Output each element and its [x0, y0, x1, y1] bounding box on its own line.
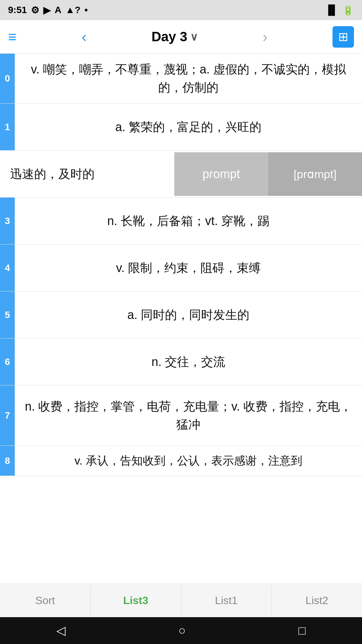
word-row[interactable]: 3 n. 长靴，后备箱；vt. 穿靴，踢	[0, 198, 362, 245]
word-row-partial[interactable]: 8 v. 承认，告知收到，公认，表示感谢，注意到	[0, 446, 362, 476]
word-list: 0 v. 嘲笑，嘲弄，不尊重，蔑视；a. 虚假的，不诚实的，模拟的，仿制的 1 …	[0, 54, 362, 476]
menu-icon[interactable]: ≡	[8, 30, 17, 44]
android-home-button[interactable]: ○	[178, 624, 186, 638]
chevron-down-icon: ∨	[190, 31, 198, 43]
row-index: 0	[0, 54, 15, 103]
row-definition-partial: v. 承认，告知收到，公认，表示感谢，注意到	[15, 446, 362, 476]
wifi-icon: ▲?	[65, 5, 80, 15]
word-row[interactable]: 7 n. 收费，指控，掌管，电荷，充电量；v. 收费，指控，充电，猛冲	[0, 385, 362, 446]
row-definition: n. 收费，指控，掌管，电荷，充电量；v. 收费，指控，充电，猛冲	[15, 385, 362, 445]
nav-bar: ≡ ‹ Day 3 ∨ › ⊞	[0, 20, 362, 54]
row-definition: v. 嘲笑，嘲弄，不尊重，蔑视；a. 虚假的，不诚实的，模拟的，仿制的	[15, 54, 362, 103]
grid-icon: ⊞	[338, 30, 348, 44]
signal-icon: ▐▌	[325, 5, 338, 15]
battery-icon: 🔋	[342, 5, 354, 16]
tab-list1[interactable]: List1	[181, 584, 272, 617]
row-definition: v. 限制，约束，阻碍，束缚	[15, 245, 362, 291]
grid-view-button[interactable]: ⊞	[333, 26, 354, 48]
overlay-word: prompt	[174, 152, 268, 196]
row-index: 4	[0, 245, 15, 291]
dot-icon: •	[84, 5, 88, 15]
word-row-overlay[interactable]: 迅速的，及时的 prompt [prɑmpt]	[0, 151, 362, 198]
word-row[interactable]: 1 a. 繁荣的，富足的，兴旺的	[0, 104, 362, 151]
tab-bar: Sort List3 List1 List2	[0, 584, 362, 617]
forward-button[interactable]: ›	[263, 29, 268, 45]
row-index: 8	[0, 446, 15, 476]
row-definition: a. 繁荣的，富足的，兴旺的	[15, 104, 362, 150]
settings-icon: ⚙	[31, 5, 39, 16]
tab-list2[interactable]: List2	[272, 584, 362, 617]
row-index: 7	[0, 385, 15, 445]
word-row[interactable]: 0 v. 嘲笑，嘲弄，不尊重，蔑视；a. 虚假的，不诚实的，模拟的，仿制的	[0, 54, 362, 104]
status-bar: 9:51 ⚙ ▶ A ▲? • ▐▌ 🔋	[0, 0, 362, 20]
overlay-phonetic: [prɑmpt]	[268, 152, 362, 196]
back-button[interactable]: ‹	[82, 29, 87, 45]
word-row[interactable]: 4 v. 限制，约束，阻碍，束缚	[0, 245, 362, 291]
word-overlay-box[interactable]: prompt [prɑmpt]	[174, 152, 362, 196]
android-nav-bar: ◁ ○ □	[0, 617, 362, 644]
row-index: 6	[0, 338, 15, 385]
day-title[interactable]: Day 3 ∨	[152, 29, 198, 44]
word-row[interactable]: 5 a. 同时的，同时发生的	[0, 291, 362, 338]
tab-list3[interactable]: List3	[90, 584, 181, 617]
play-icon: ▶	[43, 5, 51, 16]
android-back-button[interactable]: ◁	[56, 624, 66, 638]
word-row[interactable]: 6 n. 交往，交流	[0, 338, 362, 385]
android-recent-button[interactable]: □	[298, 624, 306, 638]
row-definition: n. 长靴，后备箱；vt. 穿靴，踢	[15, 198, 362, 244]
status-time: 9:51	[8, 5, 27, 15]
font-icon: A	[55, 5, 61, 15]
tab-sort[interactable]: Sort	[0, 584, 90, 617]
row-index: 5	[0, 291, 15, 338]
row-definition: n. 交往，交流	[15, 338, 362, 385]
row-index: 3	[0, 198, 15, 244]
row-index: 1	[0, 104, 15, 150]
row-definition: a. 同时的，同时发生的	[15, 291, 362, 338]
